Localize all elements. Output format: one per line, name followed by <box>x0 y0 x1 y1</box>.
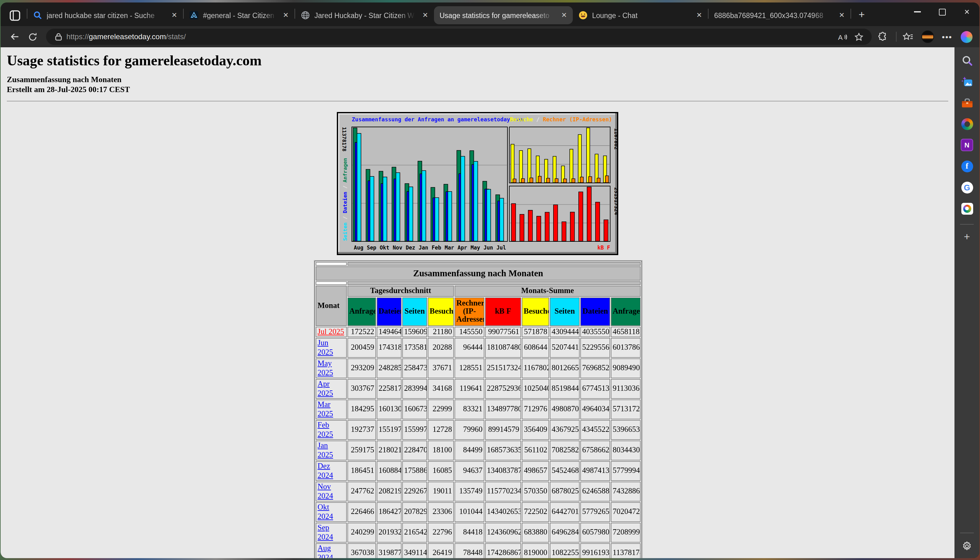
favorite-star-icon[interactable] <box>851 29 866 44</box>
close-button[interactable]: ✕ <box>955 2 979 21</box>
stat-value: 5207441 <box>550 338 580 358</box>
month-axis-label: Aug <box>354 245 363 251</box>
onenote-icon[interactable]: N <box>959 137 975 153</box>
google-icon[interactable]: G <box>959 179 975 195</box>
stat-value: 22999 <box>428 400 454 419</box>
browser-tab[interactable]: #general - Star Citizen - Spectrum✕ <box>184 6 294 24</box>
copilot-icon[interactable] <box>959 28 975 45</box>
month-link[interactable]: Feb 2025 <box>317 421 333 439</box>
month-link[interactable]: Okt 2024 <box>317 503 333 521</box>
generated-timestamp: Erstellt am 28-Jul-2025 00:17 CEST <box>7 85 955 95</box>
browser-toolbar: https://gamereleasetoday.com/stats/ A ••… <box>1 26 979 47</box>
stat-value: 5229556 <box>580 338 610 358</box>
stat-value: 19011 <box>428 482 454 502</box>
tab-close-icon[interactable]: ✕ <box>281 10 291 20</box>
month-link[interactable]: Jan 2025 <box>317 441 333 459</box>
edge-sidebar: NfG + <box>955 47 979 558</box>
search-icon[interactable] <box>959 52 975 68</box>
month-row: Aug 202436703831987734911426419784481742… <box>316 543 641 558</box>
column-header: Dateien <box>580 297 610 326</box>
stat-value: 6057980 <box>580 523 610 543</box>
stat-value: 7432886 <box>611 482 641 502</box>
table-spacer-row <box>316 281 641 285</box>
svg-text:A: A <box>838 33 843 41</box>
stat-value: 7208999 <box>611 523 641 543</box>
tab-close-icon[interactable]: ✕ <box>169 10 179 20</box>
toolbox-icon[interactable] <box>959 95 975 111</box>
microsoft-365-copilot-icon[interactable] <box>959 200 975 217</box>
profile-avatar[interactable] <box>920 28 935 45</box>
image-creator-icon[interactable] <box>959 73 975 90</box>
stat-value: 160673 <box>402 400 427 419</box>
new-tab-button[interactable]: + <box>854 7 870 23</box>
stat-value: 200459 <box>347 338 376 358</box>
tab-close-icon[interactable]: ✕ <box>694 10 704 20</box>
stat-value: 4987413 <box>580 461 610 481</box>
minimize-button[interactable] <box>905 2 930 21</box>
month-link[interactable]: Apr 2025 <box>317 380 333 398</box>
address-bar[interactable]: https://gamereleasetoday.com/stats/ A <box>46 28 871 45</box>
browser-tab[interactable]: Lounge - Chat✕ <box>573 6 708 24</box>
stat-value: 201932 <box>377 523 402 543</box>
stat-value: 228752936 <box>485 379 521 399</box>
stat-value: 78448 <box>454 543 484 558</box>
browser-tab[interactable]: Jared Huckaby - Star Citizen Wiki✕ <box>295 6 434 24</box>
stat-value: 228470 <box>402 440 427 460</box>
stat-value: 259175 <box>347 440 376 460</box>
stat-value: 1167802 <box>522 358 549 378</box>
browser-tab[interactable]: Usage statistics for gamereleaseto✕ <box>434 6 573 24</box>
stat-value: 349114 <box>402 543 427 558</box>
browser-tab[interactable]: jared huckabe star citizen - Suche✕ <box>27 6 183 24</box>
stat-value: 173581 <box>402 338 427 358</box>
microsoft-365-icon[interactable] <box>959 116 975 132</box>
stat-value: 184295 <box>347 400 376 419</box>
stat-value: 99077561 <box>485 327 521 337</box>
month-link[interactable]: Aug 2024 <box>317 544 333 558</box>
stat-value: 172522 <box>347 327 376 337</box>
group-header-monats-summe: Monats-Summe <box>454 286 641 297</box>
stat-value: 159609 <box>402 327 427 337</box>
read-aloud-icon[interactable]: A <box>835 29 850 44</box>
month-link[interactable]: May 2025 <box>317 359 333 377</box>
month-link[interactable]: Jun 2025 <box>317 338 333 357</box>
back-icon[interactable] <box>7 28 23 45</box>
column-header: Seiten <box>550 297 580 326</box>
favorites-bar-icon[interactable] <box>900 28 916 45</box>
url-text[interactable]: https://gamereleasetoday.com/stats/ <box>66 32 834 41</box>
toolbar-separator <box>896 32 897 42</box>
stat-value: 26419 <box>428 543 454 558</box>
browser-tab[interactable]: 6886ba7689421_600x343.074968✕ <box>708 6 850 24</box>
sidebar-add-icon[interactable]: + <box>964 231 970 243</box>
month-link[interactable]: Sep 2024 <box>317 523 333 541</box>
stat-value: 303767 <box>347 379 376 399</box>
refresh-icon[interactable] <box>25 28 41 45</box>
month-axis-label: Jan <box>419 245 428 251</box>
facebook-icon[interactable]: f <box>959 158 975 174</box>
column-header: kB F <box>485 297 521 326</box>
stat-value: 319877 <box>377 543 402 558</box>
month-link[interactable]: Mar 2025 <box>317 400 333 418</box>
more-menu-icon[interactable]: ••• <box>939 28 955 45</box>
month-row: Sep 202424029920193221654222796844181243… <box>316 523 641 543</box>
tab-title: 6886ba7689421_600x343.074968 <box>714 12 834 19</box>
stat-value: 145550 <box>454 327 484 337</box>
maximize-button[interactable] <box>930 2 955 21</box>
stat-value: 258473 <box>402 358 427 378</box>
month-link[interactable]: Jul 2025 <box>317 327 344 336</box>
month-link[interactable]: Dez 2024 <box>317 462 333 480</box>
stat-value: 174286867 <box>485 543 521 558</box>
tab-close-icon[interactable]: ✕ <box>837 10 847 20</box>
tab-close-icon[interactable]: ✕ <box>420 10 430 20</box>
month-link[interactable]: Nov 2024 <box>317 482 333 500</box>
extensions-icon[interactable] <box>875 28 891 45</box>
stat-value: 4345522 <box>580 420 610 440</box>
settings-gear-icon[interactable] <box>959 538 975 554</box>
column-header: Anfragen <box>347 297 376 326</box>
stat-value: 712976 <box>522 400 549 419</box>
tab-close-icon[interactable]: ✕ <box>559 10 569 20</box>
stat-value: 208219 <box>377 482 402 502</box>
tab-actions-icon[interactable] <box>9 9 21 22</box>
stat-value: 135749 <box>454 482 484 502</box>
stat-value: 683880 <box>522 523 549 543</box>
lock-icon[interactable] <box>55 33 62 41</box>
